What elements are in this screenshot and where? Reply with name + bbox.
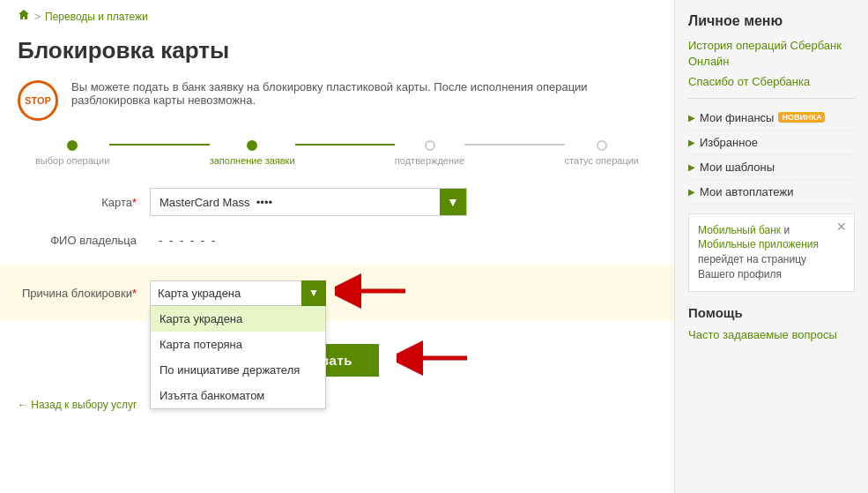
step-label-3: подтверждение: [395, 155, 464, 166]
back-link-anchor[interactable]: ← Назад к выбору услуг: [18, 399, 137, 411]
owner-field: - - - - - -: [150, 228, 226, 252]
new-badge: НОВИНКА: [778, 112, 825, 123]
card-label: Карта*: [18, 196, 150, 209]
step-circle-4: [597, 140, 607, 151]
card-select-input[interactable]: [151, 190, 440, 214]
step-1: выбор операции: [35, 140, 109, 166]
sidebar-title: Личное меню: [688, 13, 855, 29]
reason-select[interactable]: Карта украдена Карта потеряна По инициат…: [150, 280, 326, 306]
sidebar: Личное меню История операций Сбербанк Он…: [674, 0, 868, 493]
info-text: Вы можете подать в банк заявку на блокир…: [71, 80, 657, 107]
owner-value: - - - - - -: [150, 228, 226, 252]
card-field-row: Карта* ▼: [18, 188, 657, 216]
step-3: подтверждение: [395, 140, 464, 166]
reason-dropdown-item-2[interactable]: Карта потеряна: [151, 332, 325, 357]
sidebar-notification: ✕ Мобильный банк и Мобильные приложения …: [688, 213, 855, 292]
step-label-2: заполнение заявки: [210, 155, 295, 166]
sidebar-item-autopayments[interactable]: ▶ Мои автоплатежи: [688, 180, 855, 205]
notification-link-mobile[interactable]: Мобильный банк: [698, 224, 781, 236]
card-select-dropdown-btn[interactable]: ▼: [440, 189, 466, 215]
help-faq-link[interactable]: Часто задаваемые вопросы: [688, 327, 855, 343]
reason-select-wrapper[interactable]: Карта украдена Карта потеряна По инициат…: [150, 280, 326, 306]
sidebar-item-favorites[interactable]: ▶ Избранное: [688, 131, 855, 155]
stop-icon: STOP: [18, 80, 58, 121]
card-dropdown-arrow-icon: ▼: [447, 195, 459, 209]
help-section: Помощь Часто задаваемые вопросы: [688, 305, 855, 343]
card-field: ▼: [150, 188, 467, 216]
action-row: Отменить Заблокировать: [18, 339, 657, 381]
sidebar-menu: ▶ Мои финансы НОВИНКА ▶ Избранное ▶ Мои …: [688, 98, 855, 205]
sidebar-chevron-favorites: ▶: [688, 138, 695, 147]
reason-dropdown-item-1[interactable]: Карта украдена: [151, 306, 325, 332]
help-title: Помощь: [688, 305, 855, 320]
reason-field: Карта украдена Карта потеряна По инициат…: [150, 280, 326, 306]
reason-label: Причина блокировки*: [18, 287, 150, 300]
step-circle-1: [67, 140, 78, 151]
sidebar-item-finances[interactable]: ▶ Мои финансы НОВИНКА: [688, 106, 855, 131]
progress-steps: выбор операции заполнение заявки подтвер…: [18, 140, 657, 166]
sidebar-item-finances-label: Мои финансы: [700, 111, 774, 124]
notification-text-mobile: Мобильный банк и Мобильные приложения: [698, 224, 819, 251]
sidebar-link-spasibo[interactable]: Спасибо от Сбербанка: [688, 74, 855, 90]
breadcrumb: > Переводы и платежи: [18, 9, 657, 24]
notification-text-suffix: перейдет на страницу Вашего профиля: [698, 253, 806, 280]
home-icon[interactable]: [18, 9, 30, 24]
breadcrumb-separator: >: [34, 11, 41, 23]
connector-1: [109, 144, 209, 146]
step-4: статус операции: [565, 140, 639, 166]
step-label-4: статус операции: [565, 155, 639, 166]
reason-dropdown-item-4[interactable]: Изъята банкоматом: [151, 383, 325, 408]
arrow-indicator-reason: [335, 272, 410, 314]
sidebar-item-favorites-label: Избранное: [700, 136, 758, 149]
connector-3: [464, 144, 564, 146]
connector-2: [295, 144, 395, 146]
owner-field-row: ФИО владельца - - - - - -: [18, 228, 657, 252]
step-label-1: выбор операции: [35, 155, 109, 166]
sidebar-item-templates-label: Мои шаблоны: [700, 161, 775, 174]
sidebar-chevron-autopayments: ▶: [688, 187, 695, 197]
page-title: Блокировка карты: [18, 37, 657, 64]
reason-dropdown-open: Карта украдена Карта потеряна По инициат…: [150, 306, 326, 409]
sidebar-item-autopayments-label: Мои автоплатежи: [700, 185, 793, 198]
reason-field-row: Причина блокировки* Карта украдена Карта…: [0, 265, 674, 321]
sidebar-item-templates[interactable]: ▶ Мои шаблоны: [688, 155, 855, 180]
step-circle-3: [425, 140, 435, 151]
notification-close-btn[interactable]: ✕: [836, 219, 847, 236]
back-link: ← Назад к выбору услуг: [18, 399, 657, 411]
sidebar-chevron-templates: ▶: [688, 162, 695, 172]
owner-label: ФИО владельца: [18, 234, 150, 247]
info-block: STOP Вы можете подать в банк заявку на б…: [18, 80, 657, 121]
arrow-indicator-block: [397, 339, 471, 381]
step-2: заполнение заявки: [210, 140, 295, 166]
card-select-wrapper[interactable]: ▼: [150, 188, 467, 216]
notification-link-apps[interactable]: Мобильные приложения: [698, 238, 819, 250]
sidebar-chevron-finances: ▶: [688, 113, 695, 123]
breadcrumb-link[interactable]: Переводы и платежи: [45, 11, 148, 23]
reason-dropdown-item-3[interactable]: По инициативе держателя: [151, 357, 325, 383]
step-circle-2: [247, 140, 257, 151]
sidebar-link-history[interactable]: История операций Сбербанк Онлайн: [688, 38, 855, 70]
